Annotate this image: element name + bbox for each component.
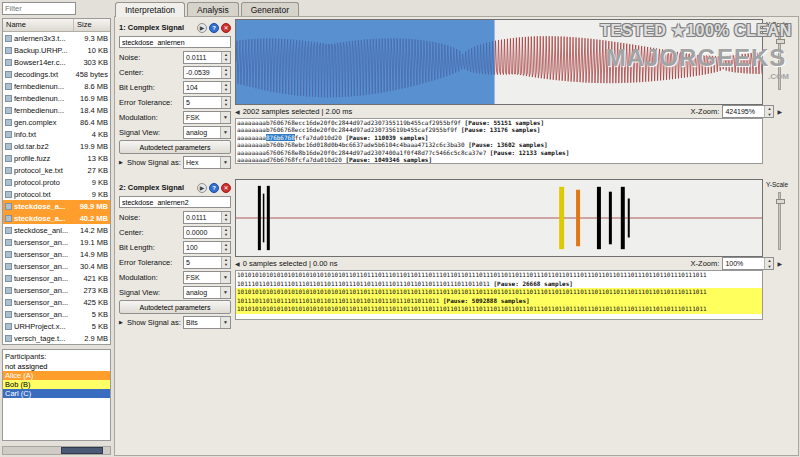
data-line[interactable]: 1011101101101110111011011011101110110110… xyxy=(236,280,762,289)
file-row[interactable]: gen.complex86.4 MB xyxy=(3,116,110,128)
data-line[interactable]: aaaaaaaab7606768ecc16de20f0c2844d97ad230… xyxy=(236,119,762,126)
play-button[interactable]: ▶ xyxy=(197,183,207,193)
signal-view-select[interactable]: analog▼ xyxy=(183,126,231,139)
slider-handle[interactable] xyxy=(776,199,785,204)
file-row[interactable]: anlernen3x3.t...9.3 MB xyxy=(3,32,110,44)
data-line[interactable]: aaaaaaaab7606768ecc16de20f0c2844d97ad230… xyxy=(236,126,762,133)
file-row[interactable]: tuersensor_an...19.1 MB xyxy=(3,236,110,248)
data-line[interactable]: aaaaaaaab760b768ebc16d018d0b4bc6637ade5b… xyxy=(236,141,762,148)
file-row[interactable]: tuersensor_an...421 KB xyxy=(3,272,110,284)
autodetect-button[interactable]: Autodetect parameters xyxy=(119,140,231,154)
y-scale-slider[interactable] xyxy=(778,32,781,90)
data-line[interactable]: aaaaaaaa876b6768fcfa7da010d20 [Pause: 11… xyxy=(236,134,762,141)
scroll-right-icon[interactable]: ▶ xyxy=(777,260,782,267)
file-row[interactable]: protocol.proto9 KB xyxy=(3,176,110,188)
file-row[interactable]: steckdose_anl...14.2 MB xyxy=(3,224,110,236)
close-button[interactable]: ✕ xyxy=(221,23,231,33)
collapse-arrow-icon[interactable]: ▶ xyxy=(119,159,125,165)
file-row[interactable]: fernbedienun...16.9 MB xyxy=(3,92,110,104)
data-line[interactable]: aaaaaaaad76b6768fcfa7da010d20 [Pause: 10… xyxy=(236,156,762,163)
bit-length-spinbox[interactable]: 104▲▼ xyxy=(183,81,231,94)
spin-down-icon[interactable]: ▼ xyxy=(222,87,230,93)
data-line[interactable]: 1010101010101010101010101010101101101110… xyxy=(236,305,762,314)
spin-down-icon[interactable]: ▼ xyxy=(765,264,773,270)
file-row[interactable]: protocol_ke.txt27 KB xyxy=(3,164,110,176)
file-row[interactable]: steckdose_a...98.9 MB xyxy=(3,200,110,212)
file-row[interactable]: protocol.txt9 KB xyxy=(3,188,110,200)
selection-overlay[interactable] xyxy=(236,20,495,104)
close-button[interactable]: ✕ xyxy=(221,183,231,193)
show-signal-as-select[interactable]: Bits▼ xyxy=(183,316,231,329)
tab-analysis[interactable]: Analysis xyxy=(187,2,239,17)
data-line[interactable]: 1010101010101010101010101010101101101110… xyxy=(236,271,762,280)
data-line[interactable]: 1010101010101010101010101010101101101110… xyxy=(236,288,762,297)
spin-down-icon[interactable]: ▼ xyxy=(222,232,230,238)
file-row[interactable]: profile.fuzz13 KB xyxy=(3,152,110,164)
bit-length-spinbox[interactable]: 100▲▼ xyxy=(183,241,231,254)
show-signal-as-select[interactable]: Hex▼ xyxy=(183,156,231,169)
x-zoom-spinbox[interactable]: 100%▲▼ xyxy=(722,257,774,270)
file-row[interactable]: URHProject.x...5 KB xyxy=(3,320,110,332)
file-row[interactable]: decodings.txt458 bytes xyxy=(3,68,110,80)
slider-handle[interactable] xyxy=(776,39,785,44)
scroll-right-icon[interactable]: ▶ xyxy=(777,108,782,115)
file-row[interactable]: tuersensor_an...425 KB xyxy=(3,296,110,308)
spin-down-icon[interactable]: ▼ xyxy=(222,247,230,253)
x-zoom-spinbox[interactable]: 424195%▲▼ xyxy=(722,105,774,118)
scrollbar-thumb[interactable] xyxy=(61,447,103,454)
spin-down-icon[interactable]: ▼ xyxy=(222,102,230,108)
horizontal-scrollbar[interactable] xyxy=(2,446,111,455)
center-spinbox[interactable]: 0.0000▲▼ xyxy=(183,226,231,239)
data-line[interactable]: 1011101101101110111011011011101110110110… xyxy=(236,297,762,306)
participant-row[interactable]: Carl (C) xyxy=(3,389,110,398)
info-button[interactable]: ? xyxy=(209,23,219,33)
signal-2-data-view[interactable]: 1010101010101010101010101010101101101110… xyxy=(235,270,763,320)
file-row[interactable]: tuersensor_an...5 KB xyxy=(3,308,110,320)
signal-1-name-input[interactable] xyxy=(119,36,231,48)
name-column-header[interactable]: Name xyxy=(3,19,74,31)
y-scale-slider[interactable] xyxy=(778,192,781,250)
signal-view-select[interactable]: analog▼ xyxy=(183,286,231,299)
scroll-left-icon[interactable]: ◀ xyxy=(235,260,240,267)
signal-1-plot[interactable] xyxy=(235,19,763,105)
signal-2-name-input[interactable] xyxy=(119,196,231,208)
file-row[interactable]: tuersensor_an...14.9 MB xyxy=(3,248,110,260)
file-row[interactable]: Backup.URHP...10 KB xyxy=(3,44,110,56)
tab-interpretation[interactable]: Interpretation xyxy=(115,2,185,17)
autodetect-button[interactable]: Autodetect parameters xyxy=(119,300,231,314)
error-tolerance-spinbox[interactable]: 5▲▼ xyxy=(183,256,231,269)
signal-2-plot[interactable] xyxy=(235,179,763,257)
filter-input[interactable] xyxy=(2,2,76,15)
tab-generator[interactable]: Generator xyxy=(241,2,299,17)
modulation-select[interactable]: FSK▼ xyxy=(183,111,231,124)
file-row[interactable]: fernbedienun...18.4 MB xyxy=(3,104,110,116)
file-row[interactable]: tuersensor_an...273 KB xyxy=(3,284,110,296)
participant-row[interactable]: Alice (A) xyxy=(3,371,110,380)
participant-row[interactable]: Bob (B) xyxy=(3,380,110,389)
file-row[interactable]: Bowser14er.c...303 KB xyxy=(3,56,110,68)
noise-spinbox[interactable]: 0.0111▲▼ xyxy=(183,211,231,224)
participant-row[interactable]: not assigned xyxy=(3,362,110,371)
file-row[interactable]: info.txt4 KB xyxy=(3,128,110,140)
info-button[interactable]: ? xyxy=(209,183,219,193)
center-spinbox[interactable]: -0.0539▲▼ xyxy=(183,66,231,79)
noise-spinbox[interactable]: 0.0111▲▼ xyxy=(183,51,231,64)
scroll-left-icon[interactable]: ◀ xyxy=(235,108,240,115)
spin-down-icon[interactable]: ▼ xyxy=(222,262,230,268)
file-row[interactable]: tuersensor_an...30.4 MB xyxy=(3,260,110,272)
play-button[interactable]: ▶ xyxy=(197,23,207,33)
file-row[interactable]: old.tar.bz219.9 MB xyxy=(3,140,110,152)
spin-down-icon[interactable]: ▼ xyxy=(222,217,230,223)
spin-down-icon[interactable]: ▼ xyxy=(222,57,230,63)
file-row[interactable]: fernbedienun...8.6 MB xyxy=(3,80,110,92)
modulation-select[interactable]: FSK▼ xyxy=(183,271,231,284)
signal-1-data-view[interactable]: aaaaaaaab7606768ecc16de20f0c2844d97ad230… xyxy=(235,118,763,164)
error-tolerance-spinbox[interactable]: 5▲▼ xyxy=(183,96,231,109)
size-column-header[interactable]: Size xyxy=(74,19,110,31)
spin-down-icon[interactable]: ▼ xyxy=(222,72,230,78)
spin-down-icon[interactable]: ▼ xyxy=(765,112,773,118)
data-line[interactable]: aaaaaaaa67606768e8b16de20f0c2844d97ad230… xyxy=(236,149,762,156)
file-row[interactable]: steckdose_a...40.2 MB xyxy=(3,212,110,224)
collapse-arrow-icon[interactable]: ▶ xyxy=(119,319,125,325)
file-row[interactable]: versch_tage.t...2.9 MB xyxy=(3,332,110,344)
